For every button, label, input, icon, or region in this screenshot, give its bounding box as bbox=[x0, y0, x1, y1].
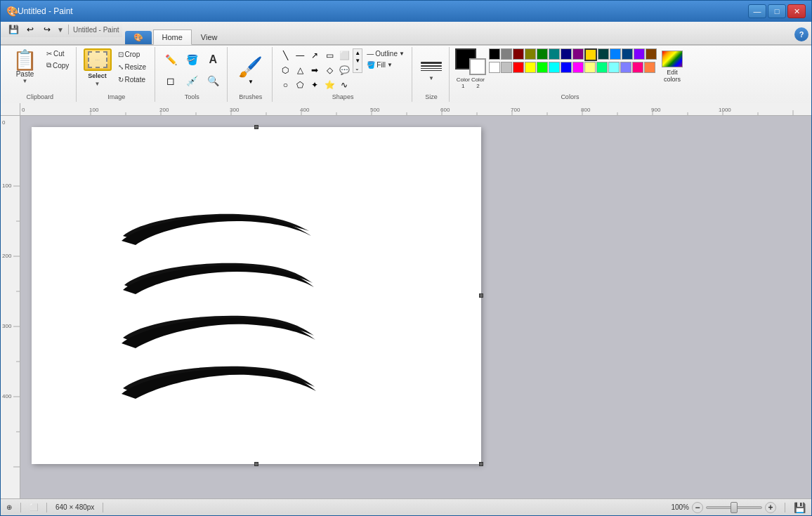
shape-rect[interactable]: ▭ bbox=[322, 48, 336, 62]
swatch-cyan[interactable] bbox=[549, 62, 560, 73]
undo-button[interactable]: ↩ bbox=[23, 23, 37, 36]
swatch-black[interactable] bbox=[489, 48, 500, 60]
swatch-violet[interactable] bbox=[634, 48, 645, 60]
swatch-silver[interactable] bbox=[501, 62, 512, 73]
app-window: 🎨 Untitled - Paint — □ ✕ 💾 ↩ ↪ ▼ Untitle… bbox=[0, 0, 812, 516]
size-dropdown[interactable]: ▼ bbox=[428, 75, 434, 81]
paste-button[interactable]: 📋 Paste ▼ bbox=[8, 48, 42, 86]
edit-colors-button[interactable]: Editcolors bbox=[660, 48, 685, 85]
swatch-green[interactable] bbox=[537, 48, 548, 60]
cut-button[interactable]: ✂ Cut bbox=[44, 48, 72, 59]
zoom-thumb[interactable] bbox=[731, 502, 738, 513]
resize-button[interactable]: ⤡ Resize bbox=[114, 61, 150, 73]
fill-shape-button[interactable]: 🪣 Fill ▼ bbox=[364, 60, 407, 70]
shape-arrow-tl[interactable]: ↗ bbox=[308, 48, 322, 62]
shapes-scroll-down[interactable]: ▼ bbox=[353, 57, 362, 65]
swatch-blue[interactable] bbox=[561, 62, 572, 73]
handle-bottom[interactable] bbox=[254, 462, 258, 466]
shape-star2[interactable]: ⭐ bbox=[322, 78, 336, 92]
swatch-brown[interactable] bbox=[646, 48, 657, 60]
select-button[interactable]: ··· bbox=[84, 48, 112, 71]
cut-icon: ✂ bbox=[46, 50, 52, 58]
swatch-rose[interactable] bbox=[632, 62, 643, 73]
file-tab[interactable]: 🎨 bbox=[125, 31, 152, 44]
shapes-scroll-more[interactable]: ⌄ bbox=[353, 65, 362, 72]
copy-button[interactable]: ⧉ Copy bbox=[44, 60, 72, 71]
quickaccess-separator bbox=[68, 25, 69, 34]
swatch-maroon[interactable] bbox=[513, 48, 524, 60]
handle-right[interactable] bbox=[479, 293, 483, 298]
swatch-lime[interactable] bbox=[537, 62, 548, 73]
shape-curved[interactable]: ∿ bbox=[337, 78, 351, 92]
minimize-button[interactable]: — bbox=[748, 4, 766, 18]
swatch-fuchsia[interactable] bbox=[572, 62, 584, 73]
shape-hex[interactable]: ⬡ bbox=[278, 63, 292, 77]
status-sep-1 bbox=[20, 503, 21, 512]
picker-button[interactable]: 💉 bbox=[182, 71, 202, 91]
tools-group: ✏️ 🪣 A ◻ 💉 🔍 Tools bbox=[157, 47, 228, 102]
swatch-lightcyan[interactable] bbox=[608, 62, 620, 73]
shapes-scroll[interactable]: ▲ ▼ ⌄ bbox=[353, 48, 362, 73]
outline-dropdown[interactable]: ▼ bbox=[399, 51, 405, 57]
shapes-scroll-up[interactable]: ▲ bbox=[353, 49, 362, 57]
redo-button[interactable]: ↪ bbox=[40, 23, 54, 36]
brushes-dropdown[interactable]: ▼ bbox=[248, 79, 254, 85]
rotate-button[interactable]: ↻ Rotate bbox=[114, 74, 150, 86]
swatch-yellow[interactable] bbox=[525, 62, 536, 73]
brushes-button[interactable]: 🖌️ ▼ bbox=[233, 53, 268, 87]
handle-bottom-right[interactable] bbox=[479, 462, 483, 466]
fill-button[interactable]: 🪣 bbox=[182, 50, 202, 70]
shape-pent[interactable]: ⬠ bbox=[293, 78, 307, 92]
handle-top[interactable] bbox=[254, 125, 258, 129]
help-button[interactable]: ? bbox=[792, 25, 811, 44]
app-icon: 🎨 bbox=[6, 6, 18, 17]
outline-button[interactable]: — Outline ▼ bbox=[364, 48, 407, 59]
swatch-olive[interactable] bbox=[525, 48, 536, 60]
swatch-darkblue2[interactable] bbox=[622, 48, 633, 60]
paste-dropdown-arrow[interactable]: ▼ bbox=[22, 78, 28, 84]
swatch-springgreen[interactable] bbox=[596, 62, 608, 73]
zoom-button[interactable]: 🔍 bbox=[203, 71, 223, 91]
canvas-paper[interactable] bbox=[32, 127, 481, 464]
swatch-periwinkle[interactable] bbox=[620, 62, 631, 73]
tab-home[interactable]: Home bbox=[153, 29, 192, 45]
fill-dropdown[interactable]: ▼ bbox=[387, 62, 393, 68]
swatch-selected[interactable] bbox=[584, 48, 597, 61]
ruler-corner bbox=[1, 103, 20, 115]
pencil-button[interactable]: ✏️ bbox=[161, 50, 181, 70]
close-button[interactable]: ✕ bbox=[787, 4, 806, 18]
swatch-navy[interactable] bbox=[561, 48, 572, 60]
text-button[interactable]: A bbox=[203, 50, 223, 70]
select-dropdown[interactable]: ▼ bbox=[95, 81, 100, 87]
shape-callout[interactable]: 💬 bbox=[337, 63, 351, 77]
shape-diamond[interactable]: ◇ bbox=[322, 63, 336, 77]
swatch-white[interactable] bbox=[489, 62, 500, 73]
zoom-in-button[interactable]: + bbox=[765, 502, 776, 513]
swatch-purple[interactable] bbox=[572, 48, 584, 60]
swatch-teal[interactable] bbox=[549, 48, 560, 60]
eraser-button[interactable]: ◻ bbox=[161, 71, 181, 91]
shape-ellipse[interactable]: ○ bbox=[278, 78, 292, 92]
zoom-out-button[interactable]: − bbox=[692, 502, 703, 513]
shape-rect2[interactable]: ⬜ bbox=[337, 48, 351, 62]
swatch-orange[interactable] bbox=[644, 62, 655, 73]
shapes-group: ╲ — ↗ ▭ ⬜ ⬡ △ ➡ ◇ 💬 ○ ⬠ bbox=[274, 47, 412, 102]
maximize-button[interactable]: □ bbox=[768, 4, 786, 18]
color-2-swatch[interactable] bbox=[469, 58, 486, 75]
swatch-red[interactable] bbox=[513, 62, 524, 73]
quickaccess-dropdown[interactable]: ▼ bbox=[57, 26, 64, 34]
shape-line[interactable]: ╲ bbox=[278, 48, 292, 62]
shape-tri[interactable]: △ bbox=[293, 63, 307, 77]
tab-view[interactable]: View bbox=[192, 29, 227, 44]
zoom-slider[interactable] bbox=[706, 506, 762, 509]
save-quickaccess-button[interactable]: 💾 bbox=[6, 23, 20, 36]
canvas-scroll-area[interactable] bbox=[20, 116, 811, 498]
shape-right-arrow[interactable]: ➡ bbox=[308, 63, 322, 77]
crop-button[interactable]: ⊡ Crop bbox=[114, 48, 150, 60]
swatch-lightblue[interactable] bbox=[610, 48, 621, 60]
swatch-lightyellow[interactable] bbox=[584, 62, 596, 73]
shape-star[interactable]: ✦ bbox=[308, 78, 322, 92]
shape-dash[interactable]: — bbox=[293, 48, 307, 62]
swatch-gray[interactable] bbox=[501, 48, 512, 60]
swatch-darkteal[interactable] bbox=[598, 48, 609, 60]
